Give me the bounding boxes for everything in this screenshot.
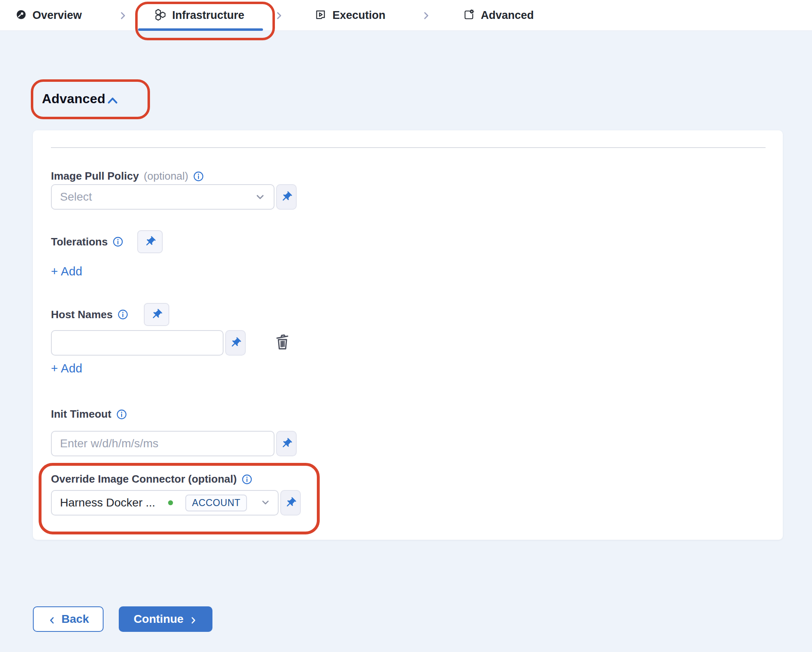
tab-overview-label: Overview: [32, 9, 82, 22]
trash-icon: [274, 332, 291, 354]
tolerations-label: Tolerations: [51, 236, 108, 248]
active-tab-underline: [138, 28, 263, 31]
info-icon[interactable]: [193, 171, 204, 182]
init-timeout-control: [51, 431, 297, 456]
pin-icon: [280, 191, 293, 203]
pin-icon: [150, 308, 163, 321]
info-icon[interactable]: [242, 474, 252, 485]
tab-advanced-label: Advanced: [481, 9, 534, 22]
chevron-right-icon: [421, 10, 431, 21]
divider: [51, 147, 766, 148]
tab-execution[interactable]: Execution: [314, 0, 385, 31]
stage-tabs-bar: Overview Infrastructure: [0, 0, 812, 31]
advanced-section-header: Advanced: [42, 91, 119, 106]
host-names-label: Host Names: [51, 308, 113, 321]
init-timeout-input[interactable]: [60, 432, 269, 455]
info-icon[interactable]: [116, 409, 127, 420]
advanced-gear-icon: [463, 9, 475, 23]
pin-icon: [229, 337, 242, 349]
host-names-label-row: Host Names: [51, 303, 169, 326]
tab-infrastructure[interactable]: Infrastructure: [154, 0, 245, 31]
host-names-input[interactable]: [60, 331, 218, 355]
tolerations-add-button[interactable]: + Add: [51, 265, 83, 278]
host-names-add-button[interactable]: + Add: [51, 362, 83, 375]
pin-icon: [280, 437, 293, 450]
info-icon[interactable]: [113, 236, 123, 247]
chevron-right-icon: [189, 615, 198, 624]
override-image-connector-control: Harness Docker ... ACCOUNT: [51, 490, 301, 516]
continue-button-label: Continue: [134, 613, 183, 626]
back-button[interactable]: Back: [33, 606, 104, 632]
override-image-connector-pin-button[interactable]: [280, 490, 301, 516]
override-image-connector-label: Override Image Connector (optional): [51, 473, 237, 486]
image-pull-policy-label-row: Image Pull Policy (optional): [51, 170, 204, 183]
chevron-left-icon: [48, 615, 57, 624]
init-timeout-label-row: Init Timeout: [51, 408, 127, 421]
connector-value: Harness Docker ...: [60, 496, 155, 509]
info-icon[interactable]: [118, 309, 128, 320]
tab-infrastructure-label: Infrastructure: [172, 9, 245, 22]
chevron-right-icon: [274, 10, 284, 21]
image-pull-policy-pin-button[interactable]: [276, 184, 297, 210]
image-pull-policy-control: Select: [51, 184, 297, 210]
host-names-input-wrap: [51, 330, 224, 356]
tolerations-label-row: Tolerations: [51, 230, 163, 253]
override-image-connector-select[interactable]: Harness Docker ... ACCOUNT: [51, 490, 279, 516]
page: Overview Infrastructure: [0, 0, 812, 652]
tab-execution-label: Execution: [332, 9, 385, 22]
execution-icon: [314, 9, 327, 23]
back-button-label: Back: [62, 613, 89, 626]
infrastructure-icon: [154, 9, 166, 23]
host-names-delete-button[interactable]: [273, 332, 291, 354]
tolerations-pin-button[interactable]: [137, 230, 163, 253]
advanced-settings-card: Image Pull Policy (optional) Select: [33, 130, 783, 540]
chevron-down-icon: [260, 497, 272, 509]
pin-icon: [144, 236, 156, 248]
tab-advanced[interactable]: Advanced: [463, 0, 534, 31]
chevron-right-icon: [118, 10, 128, 21]
init-timeout-input-wrap: [51, 431, 275, 456]
host-names-pin-button[interactable]: [144, 303, 169, 326]
continue-button[interactable]: Continue: [119, 606, 212, 632]
host-names-control: [51, 330, 246, 356]
tab-overview[interactable]: Overview: [16, 0, 82, 31]
overview-icon: [16, 9, 27, 22]
connector-status-dot: [168, 500, 173, 505]
collapse-chevron-up-icon[interactable]: [106, 95, 119, 106]
advanced-section-title: Advanced: [42, 91, 106, 106]
chevron-down-icon: [254, 191, 266, 203]
image-pull-policy-optional: (optional): [144, 170, 188, 183]
image-pull-policy-select-value: Select: [60, 190, 92, 203]
init-timeout-pin-button[interactable]: [276, 431, 297, 456]
image-pull-policy-select[interactable]: Select: [51, 184, 275, 210]
init-timeout-label: Init Timeout: [51, 408, 111, 421]
connector-scope-badge: ACCOUNT: [185, 495, 247, 511]
image-pull-policy-label: Image Pull Policy: [51, 170, 139, 183]
host-names-input-pin-button[interactable]: [225, 330, 246, 356]
pin-icon: [284, 497, 297, 509]
override-image-connector-label-row: Override Image Connector (optional): [51, 473, 252, 486]
